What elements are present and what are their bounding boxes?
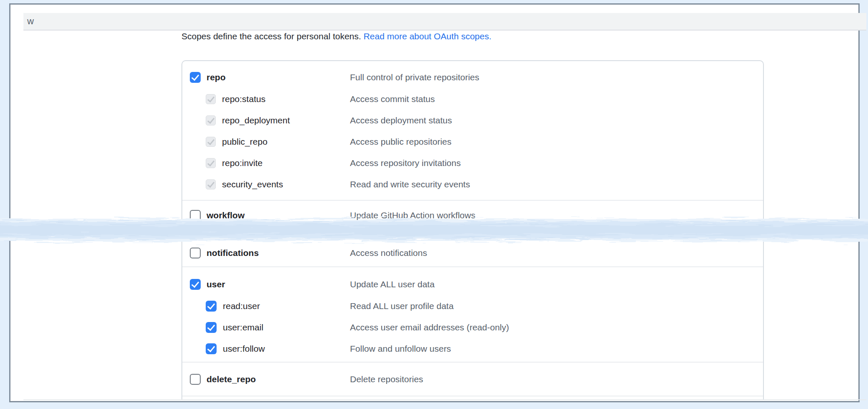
- scope-description: Follow and unfollow users: [350, 344, 451, 354]
- scopes-intro: Scopes define the access for personal to…: [181, 30, 491, 43]
- section-divider: [182, 266, 763, 267]
- checkbox-workflow[interactable]: [190, 210, 201, 221]
- checkbox-user-email[interactable]: [206, 322, 217, 333]
- scope-description: Full control of private repositories: [350, 72, 479, 82]
- scope-row-user-follow: user:follow Follow and unfollow users: [182, 341, 763, 356]
- checkbox-repo-status: [206, 94, 216, 104]
- scope-name: notifications: [207, 248, 259, 258]
- scope-name: repo:invite: [222, 158, 263, 168]
- scopes-list: repo Full control of private repositorie…: [181, 60, 764, 400]
- section-divider: [182, 362, 763, 363]
- scope-name: repo_deployment: [222, 115, 290, 125]
- scope-description: Access repository invitations: [350, 158, 461, 168]
- section-divider: [182, 396, 763, 396]
- scope-row-public-repo: public_repo Access public repositories: [182, 134, 763, 149]
- scope-name: public_repo: [222, 137, 268, 147]
- scope-description: Access notifications: [350, 248, 427, 258]
- scope-description: Access public repositories: [350, 137, 452, 147]
- scope-row-workflow: workflow Update GitHub Action workflows: [182, 208, 763, 223]
- checkbox-user-follow[interactable]: [206, 343, 217, 354]
- checkbox-repo-invite: [206, 158, 216, 168]
- window-frame: w Scopes define the access for personal …: [9, 3, 860, 402]
- scope-description: Access commit status: [350, 94, 435, 104]
- scope-row-read-user: read:user Read ALL user profile data: [182, 299, 763, 314]
- scope-name: delete_repo: [207, 374, 256, 384]
- checkbox-notifications[interactable]: [190, 248, 201, 258]
- scope-description: Update GitHub Action workflows: [350, 210, 475, 220]
- checkbox-delete-repo[interactable]: [190, 374, 201, 385]
- scope-row-delete-repo: delete_repo Delete repositories: [182, 372, 763, 387]
- toolbar-text: w: [27, 16, 34, 27]
- scope-row-repo-invite: repo:invite Access repository invitation…: [182, 156, 763, 171]
- scope-description: Delete repositories: [350, 374, 423, 384]
- scope-row-repo-status: repo:status Access commit status: [182, 92, 763, 107]
- scope-row-security-events: security_events Read and write security …: [182, 177, 763, 192]
- scope-name: user:follow: [223, 344, 265, 354]
- scope-row-repo: repo Full control of private repositorie…: [182, 70, 763, 85]
- checkbox-repo[interactable]: [190, 72, 201, 83]
- scope-row-user: user Update ALL user data: [182, 277, 763, 292]
- scope-row-repo-deployment: repo_deployment Access deployment status: [182, 113, 763, 128]
- scopes-intro-text: Scopes define the access for personal to…: [181, 31, 363, 41]
- checkbox-security-events: [206, 179, 216, 189]
- content-bottom-divider: [23, 399, 866, 400]
- scope-description: Access user email addresses (read-only): [350, 322, 509, 332]
- checkbox-read-user[interactable]: [206, 301, 217, 312]
- checkbox-repo-deployment: [206, 115, 216, 125]
- scope-name: repo: [207, 72, 226, 82]
- scope-row-notifications: notifications Access notifications: [182, 245, 763, 261]
- checkbox-user[interactable]: [190, 279, 201, 290]
- scope-name: read:user: [223, 301, 260, 311]
- toolbar-input[interactable]: w: [23, 13, 866, 31]
- page: { "window": { "toolbar_text": "w" }, "in…: [0, 0, 868, 409]
- scope-name: user:email: [223, 322, 263, 332]
- scope-row-user-email: user:email Access user email addresses (…: [182, 320, 763, 335]
- section-divider: [182, 200, 763, 201]
- scope-description: Access deployment status: [350, 115, 452, 125]
- scope-description: Update ALL user data: [350, 279, 434, 289]
- scope-description: Read and write security events: [350, 179, 470, 189]
- scope-name: security_events: [222, 179, 283, 189]
- checkbox-public-repo: [206, 137, 216, 147]
- scope-name: workflow: [207, 210, 245, 220]
- scope-name: user: [207, 279, 225, 289]
- scope-description: Read ALL user profile data: [350, 301, 454, 311]
- oauth-scopes-link[interactable]: Read more about OAuth scopes.: [363, 31, 491, 41]
- scope-name: repo:status: [222, 94, 266, 104]
